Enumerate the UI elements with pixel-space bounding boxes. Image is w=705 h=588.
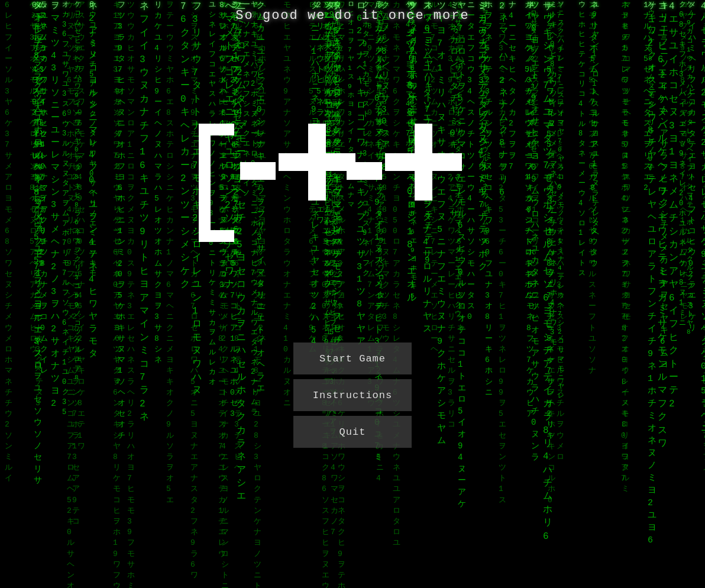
- quit-button[interactable]: Quit: [293, 416, 412, 448]
- instructions-button[interactable]: Instructions: [293, 379, 412, 411]
- svg-rect-7: [240, 162, 276, 180]
- main-menu: Start Game Instructions Quit: [293, 343, 412, 448]
- svg-rect-6: [415, 124, 432, 201]
- svg-rect-0: [199, 124, 211, 242]
- svg-rect-2: [199, 230, 234, 242]
- svg-rect-4: [308, 124, 326, 201]
- svg-rect-1: [199, 124, 234, 135]
- tagline: So good we do it once more: [235, 8, 469, 23]
- game-logo: [163, 94, 542, 272]
- start-game-button[interactable]: Start Game: [293, 343, 412, 374]
- svg-rect-8: [347, 162, 382, 180]
